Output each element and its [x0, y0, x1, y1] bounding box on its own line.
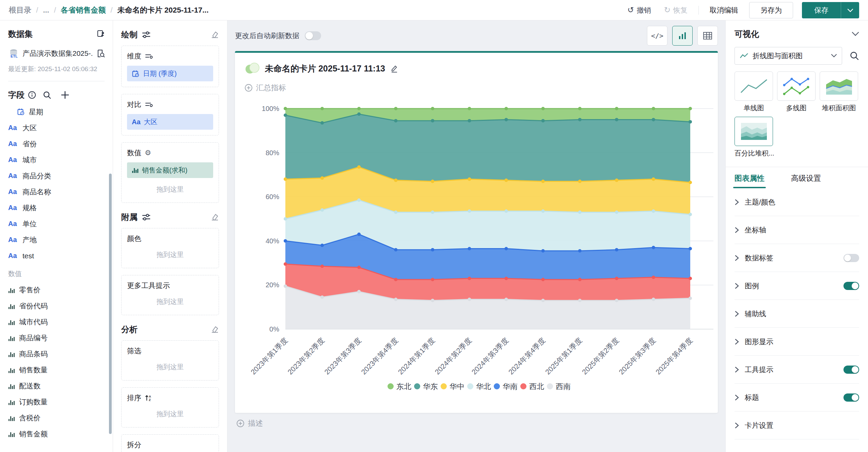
- chevron-right-icon: [735, 282, 739, 289]
- measure-field-item[interactable]: 订购数量: [8, 394, 113, 410]
- color-dropzone[interactable]: 颜色 拖到这里: [121, 228, 219, 268]
- compare-dropzone[interactable]: 对比 Aa 大区: [121, 94, 219, 135]
- text-field-icon: Aa: [8, 124, 18, 132]
- property-section-row[interactable]: 工具提示: [735, 356, 859, 384]
- summary-metric-row[interactable]: 汇总指标: [235, 76, 718, 93]
- property-section-row[interactable]: 图例: [735, 272, 859, 300]
- chart-type-multi[interactable]: 多线图: [777, 71, 816, 113]
- dimension-field-item[interactable]: Aa商品名称: [8, 184, 113, 200]
- svg-text:80%: 80%: [266, 149, 279, 157]
- breadcrumb-folder[interactable]: 各省销售金额: [61, 5, 106, 15]
- dimension-dropzone[interactable]: 维度 日期 (季度): [121, 46, 219, 87]
- sidebar-scrollbar[interactable]: [109, 174, 112, 434]
- switch-dataset-icon[interactable]: [96, 30, 105, 38]
- dimension-pill[interactable]: 日期 (季度): [127, 66, 213, 81]
- code-icon: </>: [651, 32, 663, 40]
- property-section-row[interactable]: 辅助线: [735, 300, 859, 328]
- measure-field-item[interactable]: 商品编号: [8, 330, 113, 346]
- preview-dataset-icon[interactable]: [96, 49, 105, 58]
- value-pill[interactable]: 销售金额(求和): [127, 162, 213, 178]
- chart-type-percent[interactable]: 百分比堆积...: [735, 117, 773, 158]
- card-title: 未命名的卡片 2025-11-17 11:13: [265, 63, 385, 74]
- chevron-down-icon: [831, 54, 837, 58]
- chart-type-stacked[interactable]: 堆积面积图: [820, 71, 858, 113]
- collapse-panel-icon[interactable]: [852, 32, 859, 36]
- save-button[interactable]: 保存: [802, 2, 841, 18]
- measure-field-icon: [8, 383, 15, 389]
- clear-extra-icon[interactable]: [210, 213, 219, 222]
- dimension-field-item[interactable]: 星期: [8, 104, 113, 120]
- add-metric-icon: [244, 84, 253, 92]
- chart-group-select[interactable]: 折线图与面积图: [735, 47, 842, 65]
- property-section-row[interactable]: 主题/颜色: [735, 188, 859, 216]
- measure-field-item[interactable]: 零售价: [8, 282, 113, 298]
- property-section-row[interactable]: 卡片设置: [735, 411, 859, 439]
- svg-text:华东: 华东: [423, 382, 438, 391]
- redo-button[interactable]: ↻ 恢复: [662, 5, 690, 15]
- measure-field-item[interactable]: 含税价: [8, 410, 113, 426]
- section-toggle[interactable]: [843, 393, 859, 402]
- view-code-button[interactable]: </>: [647, 26, 667, 46]
- section-toggle[interactable]: [843, 282, 859, 290]
- dimension-field-item[interactable]: Aatest: [8, 248, 113, 264]
- value-drop-placeholder: 拖到这里: [127, 181, 213, 197]
- section-toggle[interactable]: [843, 254, 859, 262]
- add-field-icon[interactable]: [61, 91, 69, 99]
- info-icon: [28, 91, 36, 99]
- tab-chart-properties[interactable]: 图表属性: [735, 173, 764, 188]
- sort-dropzone[interactable]: 排序 AZ 拖到这里: [121, 387, 219, 427]
- breadcrumb-separator: /: [54, 6, 56, 15]
- tooltip-dropzone[interactable]: 更多工具提示 拖到这里: [121, 275, 219, 315]
- dimension-field-item[interactable]: Aa产地: [8, 232, 113, 248]
- filter-sort-icon: [145, 101, 153, 108]
- compare-pill[interactable]: Aa 大区: [127, 114, 213, 130]
- clear-draw-icon[interactable]: [210, 30, 219, 39]
- property-section-row[interactable]: 图形显示: [735, 328, 859, 356]
- clear-analysis-icon[interactable]: [210, 325, 219, 334]
- save-as-button[interactable]: 另存为: [749, 2, 793, 18]
- split-dropzone[interactable]: 拆分 拖到这里: [121, 434, 219, 452]
- breadcrumb-ellipsis[interactable]: ...: [43, 6, 49, 15]
- cancel-edit-button[interactable]: 取消编辑: [708, 5, 740, 15]
- description-row[interactable]: 描述: [236, 418, 716, 429]
- svg-text:华中: 华中: [449, 382, 464, 391]
- draw-title: 绘制: [121, 29, 138, 40]
- measure-field-item[interactable]: 城市代码: [8, 314, 113, 330]
- search-chart-type-icon[interactable]: [850, 51, 859, 61]
- dimension-field-item[interactable]: Aa商品分类: [8, 168, 113, 184]
- filter-dropzone[interactable]: 筛选 拖到这里: [121, 340, 219, 381]
- value-dropzone[interactable]: 数值 ⚙ 销售金额(求和) 拖到这里: [121, 142, 219, 203]
- dimension-field-item[interactable]: Aa城市: [8, 152, 113, 168]
- dataset-title: 数据集: [8, 29, 33, 39]
- chart-type-single[interactable]: 单线图: [735, 71, 773, 113]
- measure-field-item[interactable]: 省份代码: [8, 298, 113, 314]
- dimension-field-item[interactable]: Aa省份: [8, 136, 113, 152]
- auto-refresh-toggle[interactable]: [305, 31, 321, 40]
- section-toggle[interactable]: [843, 366, 859, 374]
- undo-button[interactable]: ↺ 撤销: [625, 5, 653, 15]
- dimension-field-item[interactable]: Aa规格: [8, 200, 113, 216]
- property-section-row[interactable]: 标题: [735, 384, 859, 411]
- property-section-row[interactable]: 数据标签: [735, 244, 859, 272]
- gear-icon[interactable]: ⚙: [145, 149, 151, 157]
- measure-field-item[interactable]: 销售金额: [8, 426, 113, 442]
- svg-text:A: A: [149, 395, 151, 398]
- property-section-row[interactable]: 坐标轴: [735, 216, 859, 244]
- dimension-field-item[interactable]: Aa大区: [8, 120, 113, 136]
- measure-field-icon: [8, 335, 15, 341]
- stacked-area-chart[interactable]: 0%20%40%60%80%100%2023年第1季度2023年第2季度2023…: [235, 95, 720, 398]
- text-field-icon: Aa: [132, 118, 141, 126]
- search-icon[interactable]: [43, 91, 51, 99]
- view-chart-button[interactable]: [672, 26, 693, 46]
- dimension-field-item[interactable]: Aa单位: [8, 216, 113, 232]
- edit-title-icon[interactable]: [390, 64, 398, 73]
- measure-field-item[interactable]: 销售数量: [8, 362, 113, 378]
- measure-field-item[interactable]: 商品条码: [8, 346, 113, 362]
- breadcrumb-root[interactable]: 根目录: [9, 5, 31, 15]
- measure-field-item[interactable]: 配送数: [8, 378, 113, 394]
- bar-chart-icon: [678, 31, 687, 40]
- dataset-row[interactable]: ETL 产品演示数据集2025-...: [8, 48, 113, 59]
- save-dropdown-button[interactable]: [841, 2, 859, 18]
- tab-advanced-settings[interactable]: 高级设置: [791, 173, 821, 188]
- view-table-button[interactable]: [697, 26, 718, 46]
